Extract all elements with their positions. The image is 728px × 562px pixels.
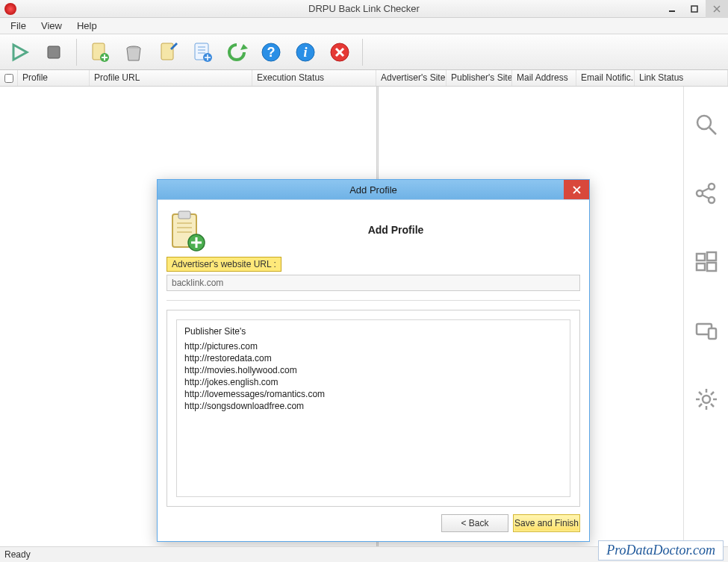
column-checkbox[interactable] — [0, 70, 18, 86]
svg-text:?: ? — [267, 45, 276, 60]
add-profile-dialog: Add Profile Add Profile Advertiser's web… — [157, 179, 590, 542]
help-button[interactable]: ? — [256, 38, 286, 66]
menu-view[interactable]: View — [34, 19, 69, 33]
play-button[interactable] — [4, 38, 34, 66]
svg-text:i: i — [303, 45, 307, 60]
column-execution-status[interactable]: Execution Status — [252, 70, 376, 86]
share-icon[interactable] — [691, 178, 722, 209]
dialog-title: Add Profile — [349, 184, 397, 196]
svg-line-45 — [711, 392, 714, 395]
exit-button[interactable] — [325, 38, 355, 66]
menu-file[interactable]: File — [3, 19, 34, 33]
svg-rect-11 — [161, 43, 173, 60]
column-publishers-site[interactable]: Publisher's Site — [447, 70, 512, 86]
search-icon[interactable] — [691, 109, 722, 140]
svg-line-26 — [709, 128, 716, 134]
about-button[interactable]: i — [290, 38, 320, 66]
window-controls — [661, 0, 728, 18]
right-toolbar — [683, 87, 728, 546]
list-item[interactable]: http://songsdownloadfree.com — [184, 401, 562, 411]
svg-line-31 — [702, 195, 709, 199]
column-headers: Profile Profile URL Execution Status Adv… — [0, 70, 728, 87]
dialog-close-button[interactable] — [564, 180, 589, 199]
svg-rect-1 — [691, 6, 697, 12]
watermark: ProDataDoctor.com — [598, 540, 724, 561]
column-advertisers-site[interactable]: Advertiser's Site — [376, 70, 447, 86]
column-email-notific[interactable]: Email Notific... — [576, 70, 635, 86]
add-profile-button[interactable] — [84, 38, 114, 66]
list-item[interactable]: http://movies.hollywood.com — [184, 365, 562, 375]
list-item[interactable]: http://jokes.english.com — [184, 377, 562, 387]
edit-profile-button[interactable] — [153, 38, 183, 66]
advertiser-url-label: Advertiser's website URL : — [167, 257, 281, 272]
svg-marker-17 — [240, 44, 248, 50]
svg-line-30 — [702, 188, 709, 192]
divider — [167, 300, 580, 301]
svg-line-46 — [699, 404, 702, 407]
dialog-heading: Add Profile — [211, 224, 580, 236]
menu-help[interactable]: Help — [69, 19, 105, 33]
save-and-finish-button[interactable]: Save and Finish — [513, 514, 580, 532]
start-icon[interactable] — [691, 246, 722, 278]
select-all-checkbox[interactable] — [4, 74, 13, 83]
column-link-status[interactable]: Link Status — [635, 70, 728, 86]
clipboard-add-icon — [167, 210, 202, 250]
refresh-button[interactable] — [222, 38, 252, 66]
minimize-button[interactable] — [661, 0, 683, 18]
column-profile[interactable]: Profile — [18, 70, 90, 86]
svg-rect-37 — [709, 328, 716, 339]
delete-profile-button[interactable] — [119, 38, 149, 66]
publisher-sites-list[interactable]: Publisher Site's http://pictures.com htt… — [176, 319, 570, 497]
window-titlebar: DRPU Back Link Checker — [0, 0, 728, 18]
column-profile-url[interactable]: Profile URL — [90, 70, 252, 86]
dialog-titlebar[interactable]: Add Profile — [158, 180, 589, 199]
app-icon — [4, 3, 16, 15]
column-mail-address[interactable]: Mail Address — [512, 70, 576, 86]
dialog-header: Add Profile — [167, 207, 580, 252]
svg-rect-35 — [707, 263, 716, 271]
publisher-sites-header: Publisher Site's — [184, 326, 562, 337]
list-item[interactable]: http://lovemessages/romantics.com — [184, 389, 562, 399]
toolbar-separator — [76, 39, 77, 66]
svg-rect-32 — [697, 254, 705, 260]
svg-point-38 — [703, 396, 710, 403]
main-content: Add Profile Add Profile Advertiser's web… — [0, 87, 728, 546]
dialog-footer: < Back Save and Finish — [167, 507, 580, 532]
window-title: DRPU Back Link Checker — [308, 3, 420, 14]
menu-bar: File View Help — [0, 18, 728, 34]
svg-point-25 — [697, 116, 711, 129]
svg-line-44 — [711, 404, 714, 407]
stop-button[interactable] — [39, 38, 69, 66]
list-item[interactable]: http://pictures.com — [184, 341, 562, 352]
svg-rect-50 — [178, 211, 190, 219]
svg-marker-4 — [13, 45, 27, 60]
main-toolbar: ? i — [0, 34, 728, 70]
advertiser-url-input[interactable] — [167, 275, 580, 291]
dialog-body: Add Profile Advertiser's website URL : P… — [158, 199, 589, 541]
status-text: Ready — [4, 549, 31, 560]
maximize-button[interactable] — [683, 0, 706, 18]
settings-icon[interactable] — [691, 384, 722, 415]
back-button[interactable]: < Back — [441, 514, 508, 532]
advertiser-url-row: Advertiser's website URL : — [167, 257, 580, 291]
svg-line-43 — [699, 392, 702, 395]
options-button[interactable] — [187, 38, 217, 66]
svg-rect-33 — [707, 252, 716, 260]
publisher-sites-panel: Publisher Site's http://pictures.com htt… — [167, 310, 580, 507]
svg-rect-5 — [48, 46, 60, 58]
toolbar-separator — [362, 39, 363, 66]
close-button[interactable] — [706, 0, 728, 18]
list-item[interactable]: http://restoredata.com — [184, 353, 562, 363]
svg-rect-34 — [697, 263, 705, 270]
devices-icon[interactable] — [691, 315, 722, 346]
